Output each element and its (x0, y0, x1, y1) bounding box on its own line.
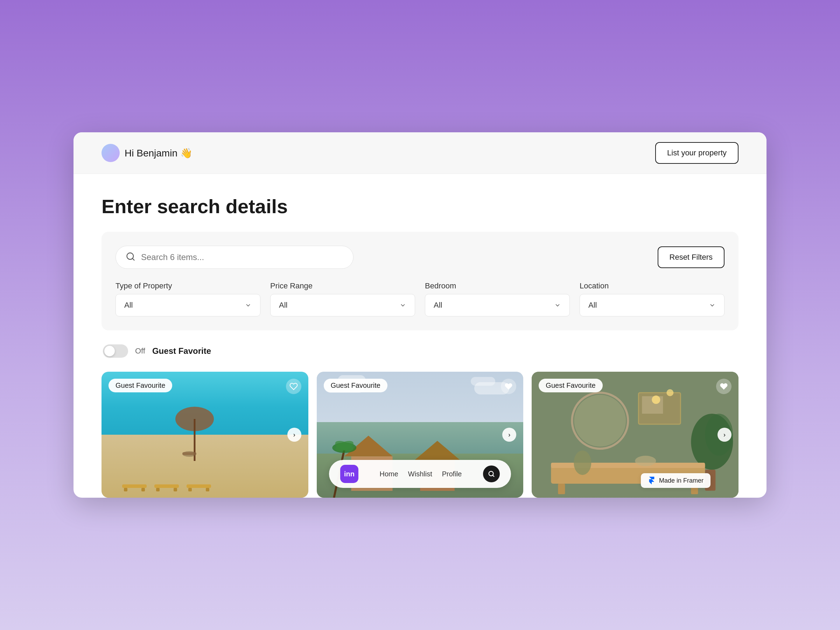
filters-row: Type of Property All Price Range All (115, 281, 725, 316)
svg-rect-7 (124, 488, 127, 491)
bottom-navbar: inn Home Wishlist Profile (329, 460, 511, 488)
search-input-wrapper[interactable] (115, 246, 354, 269)
filter-location: Location All (579, 281, 725, 316)
nav-links: Home Wishlist Profile (380, 470, 462, 478)
svg-point-37 (574, 450, 592, 475)
reset-filters-button[interactable]: Reset Filters (658, 246, 725, 268)
svg-rect-11 (174, 488, 177, 491)
filter-price-range: Price Range All (270, 281, 415, 316)
svg-rect-12 (186, 485, 211, 488)
svg-rect-14 (206, 488, 209, 491)
card-3-next-button[interactable]: › (717, 428, 731, 442)
page-title: Enter search details (101, 195, 739, 218)
toggle-state-label: Off (135, 346, 145, 355)
cards-container: Guest Favourite › (101, 372, 739, 498)
svg-point-38 (635, 456, 656, 466)
chevron-down-icon-bedroom (554, 302, 561, 309)
main-content: Enter search details Reset Filters (74, 174, 766, 498)
app-container: Hi Benjamin 👋 List your property Enter s… (74, 132, 766, 498)
svg-rect-10 (156, 488, 159, 491)
svg-line-1 (132, 258, 134, 260)
card-3-heart-button[interactable] (716, 379, 731, 394)
search-row: Reset Filters (115, 246, 725, 269)
chevron-down-icon-price (399, 302, 406, 309)
svg-marker-18 (415, 441, 459, 460)
filter-value-location: All (588, 301, 597, 310)
search-input[interactable] (141, 253, 343, 262)
filter-label-location: Location (579, 281, 725, 291)
svg-point-40 (667, 389, 674, 396)
list-property-button[interactable]: List your property (655, 142, 739, 164)
framer-badge: Made in Framer (641, 473, 711, 488)
filter-select-bedroom[interactable]: All (425, 294, 570, 316)
filter-value-price: All (279, 301, 287, 310)
search-icon (126, 252, 136, 263)
card-1-heart-button[interactable] (286, 379, 302, 394)
nav-search-button[interactable] (483, 466, 500, 482)
toggle-section: Off Guest Favorite (101, 344, 739, 358)
header: Hi Benjamin 👋 List your property (74, 132, 766, 174)
svg-point-39 (652, 395, 660, 404)
card-1-badge: Guest Favourite (109, 379, 172, 392)
avatar (101, 144, 120, 162)
svg-rect-5 (182, 452, 196, 455)
filter-bedroom: Bedroom All (425, 281, 570, 316)
framer-badge-text: Made in Framer (659, 477, 704, 485)
filter-select-type[interactable]: All (115, 294, 261, 316)
svg-rect-8 (141, 488, 145, 491)
filter-label-type: Type of Property (115, 281, 261, 291)
svg-rect-9 (154, 485, 179, 488)
svg-line-24 (493, 475, 494, 476)
svg-point-27 (574, 395, 626, 447)
inn-logo: inn (340, 465, 358, 483)
filter-value-bedroom: All (434, 301, 442, 310)
umbrella-decoration (174, 405, 216, 463)
inn-brand-text: inn (344, 470, 355, 478)
card-2-heart-button[interactable] (501, 379, 516, 394)
card-1-next-button[interactable]: › (287, 428, 302, 442)
header-left: Hi Benjamin 👋 (101, 144, 193, 162)
nav-link-wishlist[interactable]: Wishlist (408, 470, 432, 478)
card-2-badge: Guest Favourite (324, 379, 387, 392)
chevron-down-icon-type (245, 302, 252, 309)
filter-value-type: All (124, 301, 133, 310)
filter-select-location[interactable]: All (579, 294, 725, 316)
svg-rect-35 (558, 484, 565, 494)
nav-link-home[interactable]: Home (380, 470, 398, 478)
property-card-1[interactable]: Guest Favourite › (101, 372, 308, 498)
filter-type-of-property: Type of Property All (115, 281, 261, 316)
guest-favorite-toggle[interactable] (103, 344, 128, 358)
svg-rect-6 (122, 485, 147, 488)
greeting-text: Hi Benjamin 👋 (125, 147, 193, 159)
toggle-thumb (104, 346, 115, 356)
lounger-decoration (122, 481, 298, 491)
framer-icon (648, 477, 655, 485)
search-section: Reset Filters Type of Property All Pr (101, 232, 739, 330)
filter-label-price: Price Range (270, 281, 415, 291)
property-card-2[interactable]: Guest Favourite › inn Home (317, 372, 524, 498)
card-3-badge: Guest Favourite (538, 379, 602, 392)
svg-rect-13 (188, 488, 192, 491)
card-2-next-button[interactable]: › (502, 428, 516, 442)
chevron-down-icon-location (709, 302, 716, 309)
toggle-label: Guest Favorite (152, 346, 211, 356)
filter-label-bedroom: Bedroom (425, 281, 570, 291)
cloud-4 (471, 377, 495, 386)
nav-link-profile[interactable]: Profile (442, 470, 462, 478)
filter-select-price[interactable]: All (270, 294, 415, 316)
